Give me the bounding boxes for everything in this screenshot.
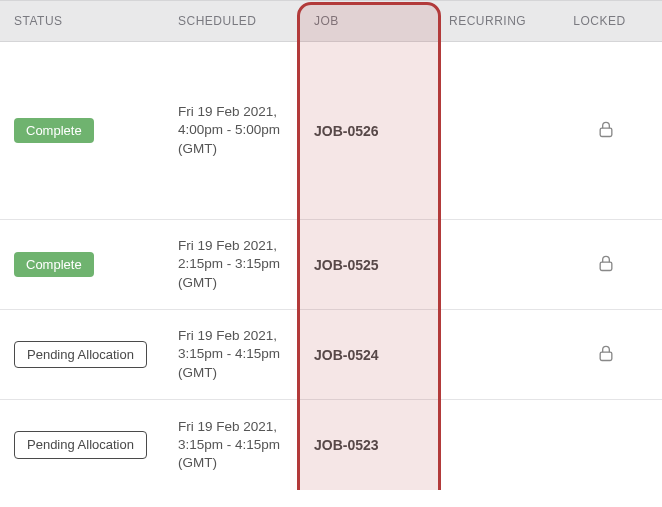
table-header-row: STATUS SCHEDULED JOB RECURRING LOCKED [0,0,662,42]
svg-rect-0 [600,128,612,136]
status-badge: Complete [14,252,94,278]
table-row[interactable]: Pending Allocation Fri 19 Feb 2021, 3:15… [0,310,662,400]
lock-icon [596,127,616,143]
svg-rect-2 [600,352,612,360]
status-cell: Complete [0,240,170,290]
job-cell: JOB-0525 [298,245,441,285]
scheduled-cell: Fri 19 Feb 2021, 4:00pm - 5:00pm (GMT) [170,91,298,170]
header-job[interactable]: JOB [298,14,441,28]
lock-icon [596,261,616,277]
job-cell: JOB-0523 [298,425,441,465]
jobs-table: STATUS SCHEDULED JOB RECURRING LOCKED Co… [0,0,662,490]
recurring-cell [441,119,549,143]
lock-icon [596,351,616,367]
scheduled-cell: Fri 19 Feb 2021, 3:15pm - 4:15pm (GMT) [170,406,298,485]
table-row[interactable]: Pending Allocation Fri 19 Feb 2021, 3:15… [0,400,662,490]
header-status[interactable]: STATUS [0,14,170,28]
recurring-cell [441,253,549,277]
status-badge: Pending Allocation [14,431,147,459]
status-badge: Complete [14,118,94,144]
table-row[interactable]: Complete Fri 19 Feb 2021, 2:15pm - 3:15p… [0,220,662,310]
job-id[interactable]: JOB-0523 [314,437,379,453]
header-recurring[interactable]: RECURRING [441,14,549,28]
header-scheduled[interactable]: SCHEDULED [170,14,298,28]
scheduled-text: Fri 19 Feb 2021, 4:00pm - 5:00pm (GMT) [178,103,290,158]
recurring-cell [441,433,549,457]
scheduled-text: Fri 19 Feb 2021, 3:15pm - 4:15pm (GMT) [178,327,290,382]
scheduled-cell: Fri 19 Feb 2021, 2:15pm - 3:15pm (GMT) [170,225,298,304]
status-cell: Complete [0,106,170,156]
scheduled-text: Fri 19 Feb 2021, 3:15pm - 4:15pm (GMT) [178,418,290,473]
locked-cell [549,240,662,289]
job-id[interactable]: JOB-0526 [314,123,379,139]
job-cell: JOB-0524 [298,335,441,375]
table-row[interactable]: Complete Fri 19 Feb 2021, 4:00pm - 5:00p… [0,42,662,220]
svg-rect-1 [600,262,612,270]
scheduled-cell: Fri 19 Feb 2021, 3:15pm - 4:15pm (GMT) [170,315,298,394]
header-locked[interactable]: LOCKED [549,14,662,28]
status-badge: Pending Allocation [14,341,147,369]
scheduled-text: Fri 19 Feb 2021, 2:15pm - 3:15pm (GMT) [178,237,290,292]
locked-cell [549,433,662,457]
job-id[interactable]: JOB-0524 [314,347,379,363]
job-id[interactable]: JOB-0525 [314,257,379,273]
recurring-cell [441,343,549,367]
job-cell: JOB-0526 [298,111,441,151]
locked-cell [549,330,662,379]
status-cell: Pending Allocation [0,329,170,381]
status-cell: Pending Allocation [0,419,170,471]
locked-cell [549,106,662,155]
